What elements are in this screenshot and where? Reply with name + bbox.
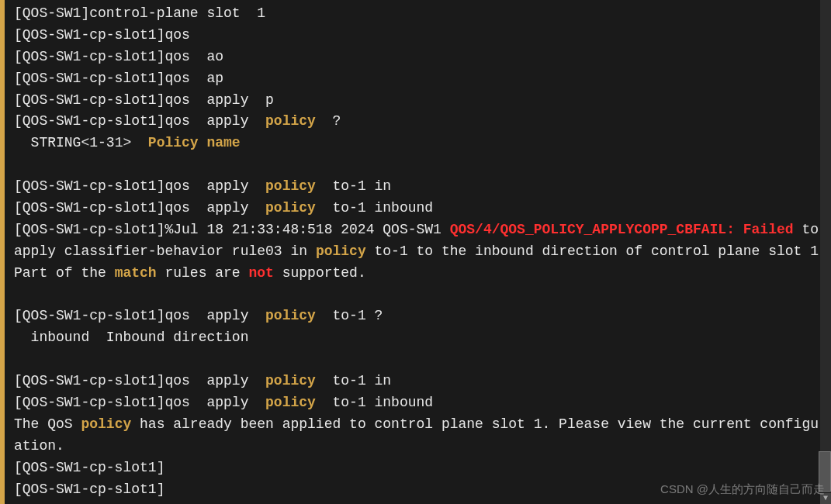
plain-text: [QOS-SW1-cp-slot1]qos ao (14, 49, 223, 64)
plain-text: [QOS-SW1-cp-slot1]qos apply (14, 178, 265, 194)
terminal-line: [QOS-SW1-cp-slot1]qos apply policy to-1 … (14, 198, 831, 219)
plain-text: [QOS-SW1-cp-slot1]qos apply (14, 200, 265, 216)
terminal-line: [QOS-SW1-cp-slot1]qos apply policy to-1 … (14, 306, 831, 327)
plain-text: to-1 in (316, 373, 391, 388)
terminal-line: [QOS-SW1-cp-slot1]qos ap (14, 68, 831, 90)
terminal-line: [QOS-SW1-cp-slot1]qos apply policy to-1 … (14, 392, 831, 414)
terminal-line (14, 154, 831, 176)
terminal-line: inbound Inbound direction (14, 327, 831, 349)
plain-text: supported. (274, 265, 366, 281)
terminal-line: [QOS-SW1-cp-slot1]qos apply policy ? (14, 111, 831, 133)
terminal-line: [QOS-SW1-cp-slot1]%Jul 18 21:33:48:518 2… (14, 219, 831, 285)
plain-text: [QOS-SW1-cp-slot1]qos apply p (14, 92, 274, 108)
watermark-text: CSDN @人生的方向随自己而走 (660, 480, 825, 498)
plain-text: has already been applied to control plan… (14, 416, 827, 454)
plain-text: [QOS-SW1-cp-slot1] (14, 460, 164, 475)
plain-text: to-1 ? (316, 308, 383, 323)
error-text: QOS/4/QOS_POLICY_APPLYCOPP_CBFAIL: Faile… (450, 222, 794, 237)
plain-text: [QOS-SW1-cp-slot1]qos (14, 27, 190, 43)
plain-text: ? (316, 113, 341, 129)
keyword-text: policy (265, 178, 316, 194)
terminal-line: [QOS-SW1]control-plane slot 1 (14, 3, 831, 25)
terminal-output[interactable]: [QOS-SW1]control-plane slot 1[QOS-SW1-cp… (0, 0, 831, 500)
terminal-line: STRING<1-31> Policy name (14, 133, 831, 154)
terminal-line: [QOS-SW1-cp-slot1] (14, 457, 831, 479)
plain-text: inbound Inbound direction (14, 330, 248, 345)
plain-text: [QOS-SW1-cp-slot1]qos ap (14, 71, 223, 86)
keyword-text: policy (265, 373, 316, 388)
terminal-line: The QoS policy has already been applied … (14, 414, 831, 457)
keyword-text: Policy name (148, 135, 241, 150)
terminal-line: [QOS-SW1-cp-slot1]qos apply policy to-1 … (14, 371, 831, 392)
plain-text: to-1 in (316, 178, 391, 194)
keyword-text: policy (316, 243, 366, 259)
terminal-line (14, 349, 831, 371)
plain-text: [QOS-SW1]control-plane slot 1 (14, 5, 265, 21)
plain-text: [QOS-SW1-cp-slot1]%Jul 18 21:33:48:518 2… (14, 222, 450, 237)
plain-text: [QOS-SW1-cp-slot1] (14, 482, 164, 497)
keyword-text: policy (265, 200, 316, 216)
plain-text: [QOS-SW1-cp-slot1]qos apply (14, 113, 265, 129)
keyword-text: policy (265, 308, 316, 323)
terminal-line: [QOS-SW1-cp-slot1]qos ao (14, 47, 831, 68)
plain-text: rules are (157, 265, 249, 281)
gutter-highlight (0, 0, 5, 504)
error-text: not (248, 265, 273, 281)
plain-text: to-1 inbound (316, 200, 433, 216)
keyword-text: policy (265, 113, 316, 129)
keyword-text: match (115, 265, 157, 281)
plain-text: [QOS-SW1-cp-slot1]qos apply (14, 373, 265, 388)
terminal-line: [QOS-SW1-cp-slot1]qos apply p (14, 90, 831, 112)
terminal-line: [QOS-SW1-cp-slot1]qos apply policy to-1 … (14, 176, 831, 198)
plain-text: STRING<1-31> (14, 135, 148, 150)
plain-text: [QOS-SW1-cp-slot1]qos apply (14, 395, 265, 410)
keyword-text: policy (81, 416, 131, 432)
scrollbar-track[interactable]: ▼ (820, 0, 831, 504)
keyword-text: policy (265, 395, 316, 410)
terminal-line: [QOS-SW1-cp-slot1]qos (14, 25, 831, 47)
plain-text: The QoS (14, 416, 81, 432)
plain-text: [QOS-SW1-cp-slot1]qos apply (14, 308, 265, 323)
plain-text: to-1 inbound (316, 395, 433, 410)
terminal-line (14, 285, 831, 306)
